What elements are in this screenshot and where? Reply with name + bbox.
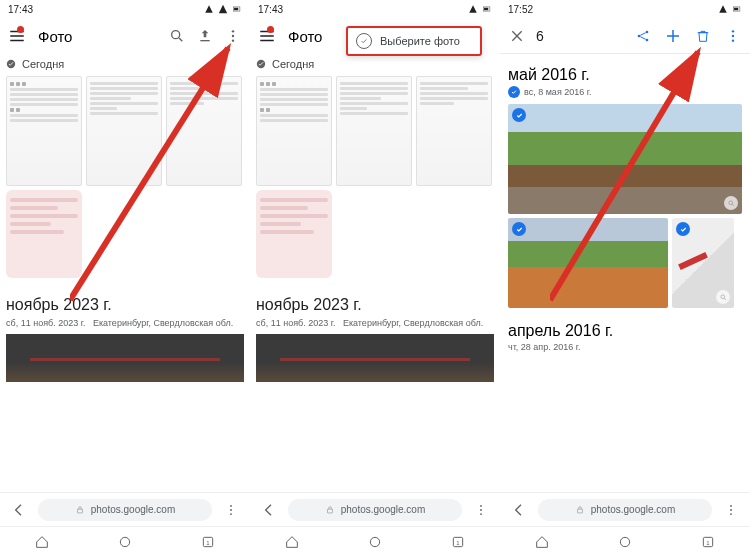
svg-text:1: 1 bbox=[207, 539, 211, 545]
status-time: 17:52 bbox=[508, 4, 533, 15]
tabs-icon[interactable]: 1 bbox=[697, 531, 719, 553]
status-icons bbox=[468, 4, 492, 14]
device-nav-bar: 1 bbox=[500, 526, 750, 556]
photo-thumbnail[interactable] bbox=[256, 76, 332, 186]
photo-thumbnail[interactable] bbox=[416, 76, 492, 186]
notification-dot bbox=[267, 26, 274, 33]
home-icon[interactable] bbox=[281, 531, 303, 553]
svg-point-34 bbox=[732, 39, 734, 41]
svg-point-12 bbox=[230, 513, 232, 515]
url-text: photos.google.com bbox=[341, 504, 426, 515]
select-photos-label: Выберите фото bbox=[380, 35, 460, 47]
date-subheader: сб, 11 нояб. 2023 г. Екатеринбург, Сверд… bbox=[6, 318, 244, 328]
browser-more-icon[interactable] bbox=[220, 499, 242, 521]
svg-point-10 bbox=[230, 504, 232, 506]
svg-point-41 bbox=[730, 509, 732, 511]
select-photos-menu-item[interactable]: Выберите фото bbox=[346, 26, 482, 56]
photo-thumbnail[interactable] bbox=[336, 76, 412, 186]
device-nav-bar: 1 bbox=[0, 526, 250, 556]
browser-url-bar: photos.google.com bbox=[500, 492, 750, 526]
svg-point-23 bbox=[480, 513, 482, 515]
back-icon[interactable] bbox=[258, 499, 280, 521]
browser-url-bar: photos.google.com bbox=[0, 492, 250, 526]
browser-more-icon[interactable] bbox=[720, 499, 742, 521]
svg-point-21 bbox=[480, 504, 482, 506]
url-field[interactable]: photos.google.com bbox=[538, 499, 712, 521]
tabs-icon[interactable]: 1 bbox=[447, 531, 469, 553]
check-circle-icon bbox=[508, 86, 520, 98]
svg-rect-9 bbox=[77, 509, 82, 513]
page-title: Фото bbox=[38, 28, 72, 45]
month-header: ноябрь 2023 г. bbox=[256, 296, 494, 314]
status-bar: 17:52 bbox=[500, 0, 750, 18]
url-field[interactable]: photos.google.com bbox=[288, 499, 462, 521]
page-title: Фото bbox=[288, 28, 322, 45]
status-time: 17:43 bbox=[8, 4, 33, 15]
screenshot-panel-3: 17:52 6 май 2016 г. вс, 8 мая 2016 г. bbox=[500, 0, 750, 556]
url-field[interactable]: photos.google.com bbox=[38, 499, 212, 521]
svg-rect-39 bbox=[577, 509, 582, 513]
svg-text:1: 1 bbox=[457, 539, 461, 545]
check-circle-icon bbox=[356, 33, 372, 49]
status-icons bbox=[718, 4, 742, 14]
svg-point-29 bbox=[638, 34, 641, 37]
svg-point-22 bbox=[480, 509, 482, 511]
photo-thumbnail[interactable] bbox=[6, 334, 244, 382]
svg-point-13 bbox=[120, 537, 129, 546]
back-icon[interactable] bbox=[508, 499, 530, 521]
svg-text:1: 1 bbox=[707, 539, 711, 545]
svg-point-24 bbox=[370, 537, 379, 546]
url-text: photos.google.com bbox=[591, 504, 676, 515]
overview-icon[interactable] bbox=[364, 531, 386, 553]
notification-dot bbox=[17, 26, 24, 33]
svg-rect-18 bbox=[484, 8, 488, 11]
selection-check-icon bbox=[512, 108, 526, 122]
svg-point-43 bbox=[620, 537, 629, 546]
home-icon[interactable] bbox=[31, 531, 53, 553]
device-nav-bar: 1 bbox=[250, 526, 500, 556]
status-icons bbox=[204, 4, 242, 14]
close-icon[interactable] bbox=[506, 25, 528, 47]
today-header: Сегодня bbox=[256, 58, 494, 70]
selection-check-icon bbox=[512, 222, 526, 236]
svg-rect-1 bbox=[234, 8, 238, 11]
svg-point-42 bbox=[730, 513, 732, 515]
date-subheader: сб, 11 нояб. 2023 г. Екатеринбург, Сверд… bbox=[256, 318, 494, 328]
overview-icon[interactable] bbox=[114, 531, 136, 553]
tabs-icon[interactable]: 1 bbox=[197, 531, 219, 553]
svg-point-11 bbox=[230, 509, 232, 511]
svg-line-36 bbox=[732, 204, 734, 206]
svg-rect-20 bbox=[327, 509, 332, 513]
home-icon[interactable] bbox=[531, 531, 553, 553]
screenshot-panel-1: 17:43 Фото Сегодня bbox=[0, 0, 250, 556]
svg-point-30 bbox=[646, 30, 649, 33]
date-subheader[interactable]: чт, 28 апр. 2016 г. bbox=[508, 342, 742, 352]
browser-more-icon[interactable] bbox=[470, 499, 492, 521]
photo-thumbnail[interactable] bbox=[256, 190, 332, 278]
month-header: апрель 2016 г. bbox=[508, 322, 742, 340]
selection-count: 6 bbox=[536, 28, 544, 44]
svg-line-46 bbox=[550, 52, 698, 300]
today-label: Сегодня bbox=[272, 58, 314, 70]
svg-point-40 bbox=[730, 504, 732, 506]
url-text: photos.google.com bbox=[91, 504, 176, 515]
overview-icon[interactable] bbox=[614, 531, 636, 553]
svg-point-32 bbox=[732, 30, 734, 32]
status-time: 17:43 bbox=[258, 4, 283, 15]
svg-rect-28 bbox=[734, 8, 738, 11]
photo-feed: Сегодня bbox=[250, 54, 500, 492]
screenshot-panel-2: 17:43 Фото Выберите фото Сегодня bbox=[250, 0, 500, 556]
svg-point-33 bbox=[732, 34, 734, 36]
back-icon[interactable] bbox=[8, 499, 30, 521]
menu-icon[interactable] bbox=[6, 25, 28, 47]
photo-thumbnail[interactable] bbox=[256, 334, 494, 382]
browser-url-bar: photos.google.com bbox=[250, 492, 500, 526]
status-bar: 17:43 bbox=[250, 0, 500, 18]
status-bar: 17:43 bbox=[0, 0, 250, 18]
svg-line-16 bbox=[70, 48, 228, 300]
menu-icon[interactable] bbox=[256, 25, 278, 47]
today-label: Сегодня bbox=[22, 58, 64, 70]
